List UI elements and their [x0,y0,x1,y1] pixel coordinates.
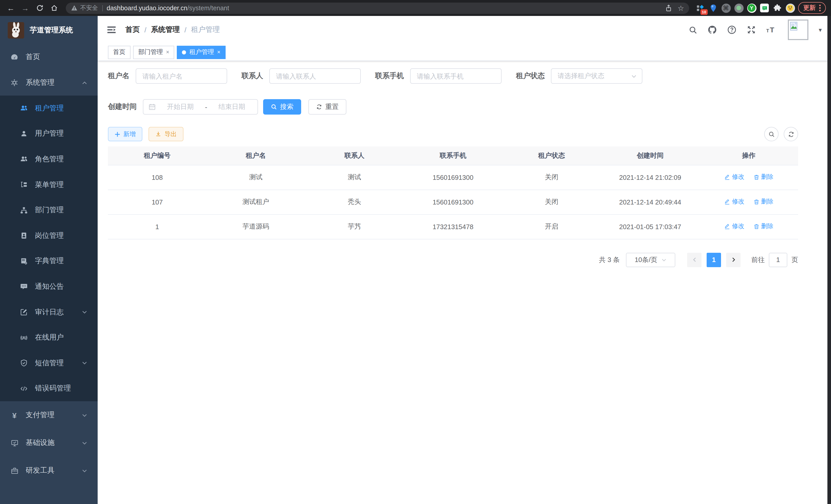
cell-mobile: 17321315478 [404,214,503,239]
page-number-1[interactable]: 1 [707,253,721,267]
edit-link-label: 修改 [732,222,744,231]
share-icon[interactable] [665,4,672,11]
sidebar-item-post[interactable]: 岗位管理 [0,223,98,248]
sidebar-item-home[interactable]: 首页 [0,44,98,70]
tag-dept[interactable]: 部门管理 × [133,46,174,59]
font-size-icon[interactable]: TT [765,24,776,35]
chevron-down-icon [82,412,87,418]
scrollbar-track[interactable] [827,16,831,504]
extension-balloon-icon[interactable] [708,3,718,13]
mobile-input[interactable] [410,68,502,84]
forward-icon[interactable]: → [20,2,31,13]
home-icon[interactable] [48,2,60,13]
cell-status: 关闭 [503,189,601,214]
breadcrumb-system[interactable]: 系统管理 [151,25,180,34]
cell-tenant-name: 测试租户 [207,189,305,214]
browser-menu-icon[interactable] [819,5,821,11]
export-button[interactable]: 导出 [148,127,183,141]
status-select[interactable]: 请选择租户状态 [551,68,642,84]
cell-status: 关闭 [503,165,601,189]
delete-link-label: 删除 [761,222,773,231]
tenant-name-label: 租户名 [108,71,130,81]
refresh-button[interactable] [784,127,798,141]
tenant-name-input[interactable] [136,68,227,84]
pagination: 共 3 条 10条/页 1 前往 页 [108,253,798,267]
reload-icon[interactable] [34,2,45,13]
tag-tenant[interactable]: 租户管理 × [177,46,226,59]
contact-label: 联系人 [241,71,263,81]
sidebar-group-infra[interactable]: 基础设施 [0,429,98,457]
monitor-icon [10,439,19,447]
cell-tenant-name: 测试 [207,165,305,189]
sidebar-item-notice[interactable]: 通知公告 [0,274,98,299]
breadcrumb-home[interactable]: 首页 [125,25,140,34]
browser-toolbar: ← → 不安全 dashboard.yudao.iocoder.cn/syste… [0,0,831,16]
extension-tabs-icon[interactable]: 10 [695,3,705,13]
delete-link-label: 删除 [761,198,773,206]
sidebar-item-error-code[interactable]: 错误码管理 [0,376,98,401]
edit-note-icon [20,308,28,316]
extension-y-icon[interactable]: Y [747,3,756,13]
contact-input[interactable] [269,68,361,84]
page-size-select[interactable]: 10条/页 [626,253,675,267]
sidebar-item-role[interactable]: 角色管理 [0,146,98,172]
sidebar-collapse-icon[interactable] [106,24,117,35]
close-icon[interactable]: × [217,49,221,55]
url-text[interactable]: dashboard.yudao.iocoder.cn/system/tenant [107,4,229,11]
export-button-label: 导出 [165,130,177,139]
sidebar-item-audit-log[interactable]: 审计日志 [0,299,98,325]
org-tree-icon [20,206,28,214]
delete-link[interactable]: 删除 [753,222,773,231]
reset-button[interactable]: 重置 [308,99,346,115]
delete-link[interactable]: 删除 [753,198,773,206]
hide-search-button[interactable] [764,127,779,141]
profile-avatar-icon[interactable] [785,3,795,13]
sidebar-group-system[interactable]: 系统管理 [0,70,98,95]
edit-link[interactable]: 修改 [724,173,744,182]
sidebar-group-payment[interactable]: ¥ 支付管理 [0,401,98,429]
delete-link[interactable]: 删除 [753,173,773,182]
next-page-button[interactable] [726,253,741,267]
sidebar-item-menu[interactable]: 菜单管理 [0,172,98,198]
sidebar-item-user[interactable]: 用户管理 [0,121,98,146]
extension-chat-icon[interactable] [760,3,769,13]
user-icon [20,130,28,138]
sidebar-item-tenant[interactable]: 租户管理 [0,95,98,121]
prev-page-button[interactable] [687,253,701,267]
github-icon[interactable] [707,24,718,35]
extensions-puzzle-icon[interactable] [772,3,782,13]
edit-link[interactable]: 修改 [724,222,744,231]
edit-link[interactable]: 修改 [724,198,744,206]
avatar[interactable] [788,20,808,40]
security-warning-icon[interactable] [71,5,78,11]
breadcrumb-separator: / [144,26,146,34]
avatar-caret-icon[interactable]: ▼ [818,27,823,33]
sidebar-group-devtools[interactable]: 研发工具 [0,457,98,484]
edit-link-label: 修改 [732,198,744,206]
app-logo-row[interactable]: 芋道管理系统 [0,16,98,44]
table-toolbar: 新增 导出 [108,127,798,141]
sidebar-item-dept[interactable]: 部门管理 [0,198,98,223]
back-icon[interactable]: ← [5,2,17,13]
goto-page-input[interactable] [769,253,787,267]
browser-update-button[interactable]: 更新 [798,2,826,14]
extension-recorder-icon[interactable] [734,3,744,13]
security-label[interactable]: 不安全 [80,4,98,12]
search-button[interactable]: 搜索 [263,99,301,115]
help-icon[interactable] [726,24,738,35]
col-mobile: 联系手机 [404,146,503,165]
extension-command-icon[interactable]: ⌘ [721,3,731,13]
sidebar-item-dict[interactable]: 字典管理 [0,248,98,274]
address-bar[interactable]: 不安全 dashboard.yudao.iocoder.cn/system/te… [66,2,689,13]
sidebar-item-sms[interactable]: 短信管理 [0,350,98,376]
chevron-down-icon [631,73,637,79]
add-button[interactable]: 新增 [108,127,142,141]
fullscreen-icon[interactable] [746,24,757,35]
date-range-picker[interactable]: 开始日期 - 结束日期 [143,99,258,115]
search-icon[interactable] [687,24,698,35]
bookmark-star-icon[interactable]: ☆ [678,4,684,12]
close-icon[interactable]: × [166,49,169,55]
sidebar-group-label: 研发工具 [26,466,55,475]
sidebar-item-online-users[interactable]: 在线用户 [0,325,98,350]
tag-home[interactable]: 首页 [108,46,131,59]
